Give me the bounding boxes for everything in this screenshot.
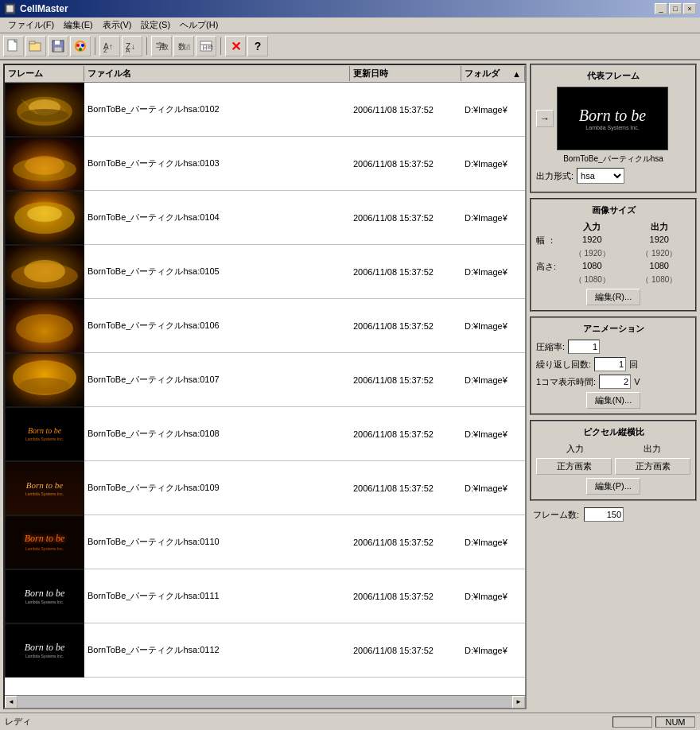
- minimize-button[interactable]: _: [655, 3, 667, 14]
- pixel-ratio-edit-button[interactable]: 編集(P)...: [586, 478, 640, 495]
- image-size-edit-button[interactable]: 編集(R)...: [586, 289, 640, 305]
- svg-point-30: [25, 156, 64, 175]
- cell-folder-6: D:¥Image¥: [461, 428, 525, 441]
- toolbar-date[interactable]: 日時: [196, 36, 216, 56]
- svg-point-35: [16, 314, 73, 343]
- svg-text:↓: ↓: [131, 42, 135, 51]
- svg-point-37: [19, 378, 70, 394]
- cell-filename-4: BornToBe_パーティクルhsa:0106: [84, 318, 350, 333]
- scroll-right-btn[interactable]: ►: [512, 696, 525, 709]
- status-right: NUM: [612, 716, 695, 728]
- table-row[interactable]: Born to be Lambda Systems Inc. BornToBe_…: [5, 569, 525, 623]
- toolbar-delete[interactable]: ✕: [225, 36, 246, 56]
- horizontal-scrollbar[interactable]: ◄ ►: [5, 695, 525, 708]
- compression-input[interactable]: [568, 340, 600, 354]
- menu-help[interactable]: ヘルプ(H): [175, 17, 223, 33]
- height-input-sub: （ 1080）: [561, 274, 623, 285]
- toolbar-sort-desc[interactable]: Z↓A: [122, 36, 142, 56]
- toolbar-save[interactable]: [48, 36, 68, 56]
- pixel-input-label: 入力: [566, 443, 584, 455]
- height-input-val: 1080: [561, 261, 623, 273]
- header-date: 更新日時: [350, 66, 461, 81]
- toolbar-help[interactable]: ?: [247, 36, 268, 56]
- pixel-ratio-headers: 入力 出力: [536, 443, 690, 455]
- cell-folder-3: D:¥Image¥: [461, 266, 525, 278]
- width-output-sub: （ 1920）: [628, 248, 690, 259]
- table-row[interactable]: Born to be Lambda Systems Inc. BornToBe_…: [5, 623, 525, 678]
- compression-row: 圧縮率:: [536, 340, 690, 354]
- cell-frame-1: [5, 137, 84, 191]
- width-input-val: 1920: [561, 235, 623, 247]
- toolbar-color[interactable]: [70, 36, 91, 56]
- main-area: フレーム ファイル名 更新日時 フォルダ ▲: [0, 60, 700, 713]
- frame-count-input[interactable]: [584, 507, 624, 522]
- table-row[interactable]: BornToBe_パーティクルhsa:0104 2006/11/08 15:37…: [5, 191, 525, 245]
- svg-text:A: A: [126, 47, 130, 53]
- cell-folder-8: D:¥Image¥: [461, 536, 525, 549]
- output-format-row: 出力形式: hsa avi mov mp4: [536, 168, 690, 184]
- table-row[interactable]: BornToBe_パーティクルhsa:0107 2006/11/08 15:37…: [5, 353, 525, 407]
- table-row[interactable]: Born to be Lambda Systems Inc. BornToBe_…: [5, 515, 525, 569]
- output-format-select[interactable]: hsa avi mov mp4: [577, 168, 624, 184]
- table-row[interactable]: BornToBe_パーティクルhsa:0106 2006/11/08 15:37…: [5, 299, 525, 353]
- pixel-input-button[interactable]: 正方画素: [536, 458, 612, 475]
- svg-text:Z: Z: [103, 47, 107, 53]
- preview-thumbnail: Born to be Lambda Systems Inc.: [557, 87, 668, 150]
- scroll-left-btn[interactable]: ◄: [5, 696, 18, 709]
- maximize-button[interactable]: □: [669, 3, 682, 14]
- toolbar-open[interactable]: [25, 36, 46, 56]
- toolbar-sep-3: [220, 37, 221, 55]
- animation-edit-button[interactable]: 編集(N)...: [586, 392, 640, 409]
- title-bar: 🔲 CellMaster _ □ ×: [0, 0, 700, 17]
- toolbar-sort-asc[interactable]: A↑Z: [99, 36, 120, 56]
- pixel-output-label: 出力: [644, 443, 661, 455]
- menu-view[interactable]: 表示(V): [98, 17, 137, 33]
- pixel-ratio-section: ピクセル縦横比 入力 出力 正方画素 正方画素 編集(P)...: [530, 420, 697, 501]
- cell-frame-5: [5, 353, 84, 407]
- menu-bar: ファイル(F) 編集(E) 表示(V) 設定(S) ヘルプ(H): [0, 17, 700, 33]
- repeat-unit: 回: [629, 359, 638, 371]
- table-row[interactable]: BornToBe_パーティクルhsa:0103 2006/11/08 15:37…: [5, 137, 525, 191]
- cell-filename-5: BornToBe_パーティクルhsa:0107: [84, 372, 350, 387]
- toolbar-time[interactable]: 数値: [173, 36, 194, 56]
- cell-folder-2: D:¥Image¥: [461, 212, 525, 224]
- svg-text:日時: 日時: [202, 45, 213, 50]
- cell-filename-6: BornToBe_パーティクルhsa:0108: [84, 426, 350, 441]
- toolbar-sep-2: [146, 37, 147, 55]
- size-output-header: 出力: [628, 221, 690, 233]
- repeat-input[interactable]: [594, 357, 626, 371]
- svg-point-32: [27, 206, 62, 222]
- table-body[interactable]: BornToBe_パーティクルhsa:0102 2006/11/08 15:37…: [5, 83, 525, 695]
- cell-date-10: 2006/11/08 15:37:52: [350, 644, 461, 657]
- prev-frame-button[interactable]: →: [536, 110, 554, 127]
- header-folder: フォルダ ▲: [461, 66, 525, 81]
- table-row[interactable]: Born to be Lambda Systems Inc. BornToBe_…: [5, 407, 525, 461]
- svg-point-34: [24, 260, 65, 282]
- table-row[interactable]: BornToBe_パーティクルhsa:0105 2006/11/08 15:37…: [5, 245, 525, 299]
- header-frame: フレーム: [5, 66, 84, 81]
- toolbar-new[interactable]: [3, 36, 24, 56]
- animation-section: アニメーション 圧縮率: 繰り返し回数: 回 1コマ表示時間: V 編集(N).…: [530, 316, 697, 415]
- toolbar-char[interactable]: 字数: [151, 36, 172, 56]
- frame-count-row: フレーム数:: [530, 506, 697, 523]
- cell-frame-4: [5, 299, 84, 353]
- header-filename: ファイル名: [84, 66, 350, 81]
- table-row[interactable]: BornToBe_パーティクルhsa:0102 2006/11/08 15:37…: [5, 83, 525, 137]
- table-row[interactable]: Born to be Lambda Systems Inc. BornToBe_…: [5, 461, 525, 515]
- cell-folder-4: D:¥Image¥: [461, 320, 525, 332]
- menu-file[interactable]: ファイル(F): [3, 17, 59, 33]
- pixel-output-button[interactable]: 正方画素: [615, 458, 690, 475]
- cell-filename-8: BornToBe_パーティクルhsa:0110: [84, 534, 350, 549]
- height-output-val: 1080: [628, 261, 690, 273]
- menu-settings[interactable]: 設定(S): [136, 17, 175, 33]
- status-text: レディ: [5, 716, 31, 728]
- svg-text:↑: ↑: [109, 42, 113, 51]
- cell-date-9: 2006/11/08 15:37:52: [350, 590, 461, 603]
- scroll-track-h[interactable]: [18, 696, 512, 709]
- close-button[interactable]: ×: [683, 3, 696, 14]
- table-header: フレーム ファイル名 更新日時 フォルダ ▲: [5, 65, 525, 83]
- cell-frame-3: [5, 245, 84, 299]
- frame-time-input[interactable]: [599, 375, 631, 389]
- cell-folder-10: D:¥Image¥: [461, 644, 525, 657]
- menu-edit[interactable]: 編集(E): [59, 17, 98, 33]
